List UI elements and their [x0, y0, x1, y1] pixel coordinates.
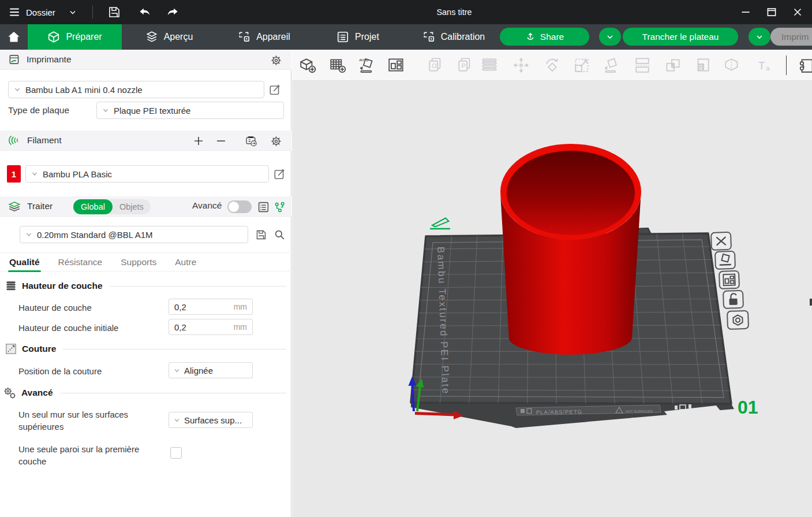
model-cylinder[interactable]	[500, 144, 641, 355]
tab-quality[interactable]: Qualité	[9, 257, 40, 267]
share-icon	[525, 32, 536, 42]
save-button[interactable]	[107, 0, 121, 24]
tab-preview[interactable]: Aperçu	[122, 24, 216, 50]
tab-other[interactable]: Autre	[175, 257, 196, 267]
menu-button[interactable]: Dossier	[8, 0, 77, 24]
add-model-button[interactable]	[298, 56, 317, 75]
minimize-icon	[739, 6, 752, 18]
plate-type-label: Type de plaque	[8, 105, 69, 116]
scope-objects-button[interactable]: Objets	[113, 202, 151, 211]
plate-material-label: PLA/ABS/PETG	[536, 408, 582, 415]
process-preset-combo[interactable]: 0.20mm Standard @BBL A1M	[20, 226, 248, 243]
plate-orient-button[interactable]	[715, 251, 735, 269]
plate-settings-button[interactable]	[727, 311, 749, 329]
toggle-knob	[229, 202, 239, 212]
initial-layer-height-field[interactable]: 0,2 mm	[169, 319, 253, 335]
move-tool-button	[512, 56, 530, 75]
tab-calibration-label: Calibration	[441, 32, 485, 42]
gear-icon	[270, 135, 282, 147]
printer-edit-button[interactable]	[268, 83, 282, 96]
tab-strength[interactable]: Résistance	[58, 257, 103, 267]
slice-plate-button[interactable]: Trancher le plateau	[623, 28, 738, 46]
filament-edit-button[interactable]	[272, 167, 286, 181]
scope-global-button[interactable]: Global	[73, 199, 113, 214]
preset-save-button[interactable]	[254, 228, 268, 241]
assembly-view-button[interactable]	[798, 56, 812, 75]
tab-calibration[interactable]: Calibration	[404, 24, 503, 50]
plate-type-combo[interactable]: Plaque PEI texturée	[96, 102, 284, 119]
share-button[interactable]: Share	[500, 28, 589, 46]
printer-preset-combo[interactable]: Bambu Lab A1 mini 0.4 nozzle	[8, 81, 264, 98]
svg-text:a: a	[766, 64, 770, 72]
single-wall-first-layer-checkbox[interactable]	[170, 447, 182, 459]
slice-options-button[interactable]	[599, 28, 621, 46]
printer-icon	[8, 53, 21, 66]
gears-icon	[3, 386, 17, 400]
boolean-union-icon	[667, 59, 679, 70]
filament-settings-button[interactable]	[269, 134, 283, 148]
tab-supports[interactable]: Supports	[121, 257, 156, 267]
filament-slot-badge[interactable]: 1	[7, 165, 21, 183]
group-title: Hauteur de couche	[22, 281, 103, 291]
menu-label: Dossier	[26, 8, 55, 17]
param-value: 0,2	[174, 302, 186, 312]
maximize-button[interactable]	[762, 0, 781, 24]
cut-icon	[635, 58, 649, 72]
add-filament-button[interactable]	[192, 134, 205, 148]
scene-3d[interactable]: Bambu Textured PEI Plate PLA/ABS/PETG HO…	[292, 81, 812, 517]
tab-prepare[interactable]: Préparer	[28, 24, 122, 50]
plate-arrange-button[interactable]	[719, 271, 739, 289]
auto-orient-button[interactable]: AUTO	[358, 56, 376, 75]
tab-device[interactable]: Appareil	[216, 24, 312, 50]
bambu-studio-window: Dossier Sans titre Préparer	[0, 0, 812, 517]
plate-type-value: Plaque PEI texturée	[114, 106, 190, 116]
process-list-button[interactable]	[256, 200, 270, 214]
layer-height-field[interactable]: 0,2 mm	[169, 299, 253, 315]
param-label: Hauteur de couche initiale	[18, 322, 164, 334]
filament-preset-combo[interactable]: Bambu PLA Basic	[25, 165, 269, 183]
printer-preset-value: Bambu Lab A1 mini 0.4 nozzle	[25, 85, 143, 95]
ams-sync-button[interactable]	[244, 134, 258, 148]
text-tool-icon: Ta	[758, 60, 770, 72]
close-button[interactable]	[788, 0, 807, 24]
front-glyph	[688, 404, 691, 408]
seam-position-combo[interactable]: Alignée	[169, 362, 253, 378]
edit-plate-name-button[interactable]	[430, 218, 450, 229]
window-title: Sans titre	[436, 0, 472, 24]
add-plate-button[interactable]	[328, 56, 347, 75]
process-params-button[interactable]	[272, 200, 286, 214]
save-icon	[255, 229, 267, 241]
project-list-icon	[336, 31, 349, 43]
add-plate-icon	[331, 59, 345, 72]
boolean-subtract-button	[693, 56, 712, 75]
param-label: Hauteur de couche	[18, 302, 164, 314]
list-icon	[257, 201, 270, 213]
advanced-toggle[interactable]	[227, 200, 252, 213]
redo-button[interactable]	[165, 0, 180, 24]
preset-search-button[interactable]	[272, 228, 286, 241]
remove-filament-button[interactable]	[214, 134, 228, 148]
panel-collapse-handle[interactable]	[810, 299, 812, 306]
plate-lock-button[interactable]	[723, 291, 743, 308]
print-options-button[interactable]	[749, 28, 770, 46]
seam-group-header: Couture	[0, 341, 289, 356]
arrange-plates-button[interactable]	[387, 56, 405, 75]
group-divider	[60, 393, 286, 393]
plate-delete-button[interactable]	[711, 232, 731, 250]
lay-flat-button	[603, 56, 622, 75]
undo-button[interactable]	[137, 0, 152, 24]
single-wall-top-combo[interactable]: Surfaces sup...	[169, 412, 253, 428]
viewport: AUTO O P Ta	[292, 50, 812, 517]
tab-project[interactable]: Projet	[312, 24, 404, 50]
printer-settings-button[interactable]	[269, 53, 283, 67]
arrange-icon	[389, 59, 402, 70]
param-value: 0,2	[174, 322, 186, 332]
copy-button: O	[426, 56, 445, 75]
minimize-button[interactable]	[736, 0, 755, 24]
process-section-header: Traiter Global Objets Avancé	[0, 196, 291, 217]
combo-chevron-icon	[173, 416, 181, 424]
print-plate-button: Imprim	[770, 28, 812, 46]
tab-home[interactable]	[0, 24, 28, 50]
seam-icon	[5, 343, 17, 355]
split-cube-icon	[725, 59, 737, 70]
